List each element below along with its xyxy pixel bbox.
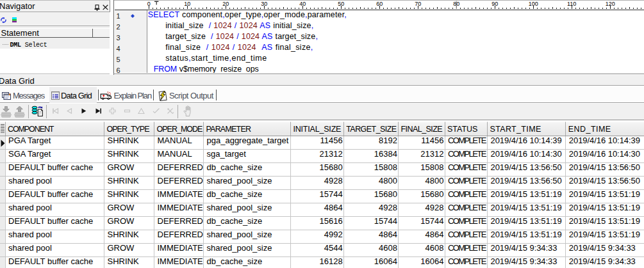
- svg-text:10: 10: [184, 1, 190, 7]
- svg-text:90: 90: [491, 1, 498, 7]
- svg-text:0: 0: [147, 1, 150, 7]
- svg-text:50: 50: [338, 1, 344, 7]
- svg-text:70: 70: [415, 1, 421, 7]
- svg-text:40: 40: [299, 1, 306, 7]
- svg-text:100: 100: [528, 1, 538, 7]
- svg-text:120: 120: [605, 1, 615, 7]
- svg-text:60: 60: [376, 1, 383, 7]
- svg-text:110: 110: [567, 1, 576, 7]
- svg-text:80: 80: [453, 1, 459, 7]
- svg-text:30: 30: [261, 1, 267, 7]
- svg-text:20: 20: [222, 1, 229, 7]
